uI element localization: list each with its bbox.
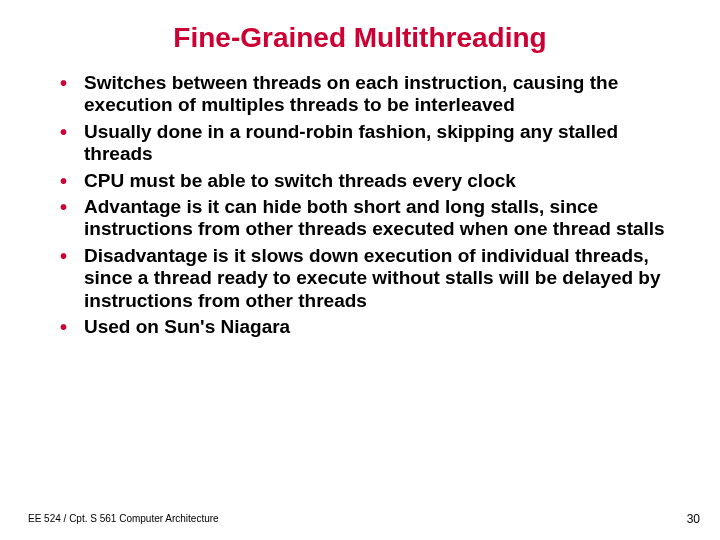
- bullet-list: Switches between threads on each instruc…: [58, 72, 670, 338]
- slide-title: Fine-Grained Multithreading: [0, 0, 720, 72]
- list-item: CPU must be able to switch threads every…: [58, 170, 670, 192]
- list-item: Switches between threads on each instruc…: [58, 72, 670, 117]
- slide-content: Switches between threads on each instruc…: [0, 72, 720, 338]
- slide: Fine-Grained Multithreading Switches bet…: [0, 0, 720, 540]
- footer-page-number: 30: [687, 512, 700, 526]
- list-item: Used on Sun's Niagara: [58, 316, 670, 338]
- footer-course: EE 524 / Cpt. S 561 Computer Architectur…: [28, 513, 219, 524]
- list-item: Usually done in a round-robin fashion, s…: [58, 121, 670, 166]
- list-item: Advantage is it can hide both short and …: [58, 196, 670, 241]
- list-item: Disadvantage is it slows down execution …: [58, 245, 670, 312]
